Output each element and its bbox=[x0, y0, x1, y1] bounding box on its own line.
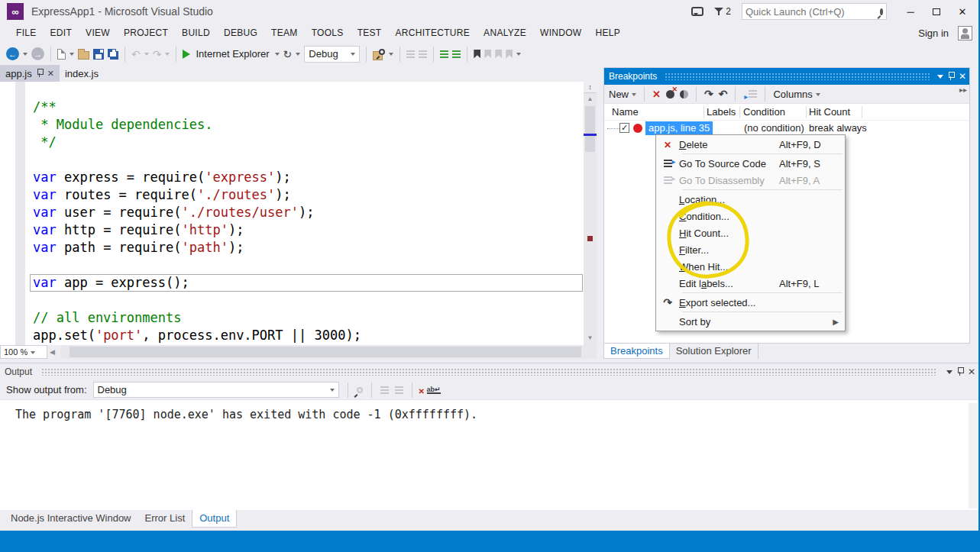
search-icon[interactable] bbox=[880, 8, 883, 15]
find-dropdown-icon[interactable] bbox=[389, 53, 393, 58]
debug-target-dropdown-icon[interactable] bbox=[275, 53, 280, 58]
quick-launch-box[interactable] bbox=[742, 3, 887, 20]
context-menu-item-export-selected-[interactable]: Export selected... bbox=[656, 294, 845, 311]
document-tab-index.js[interactable]: index.js bbox=[60, 65, 104, 82]
open-file-button[interactable] bbox=[78, 51, 89, 60]
undo-dropdown-icon[interactable] bbox=[144, 53, 149, 58]
current-line[interactable]: var app = express(); bbox=[30, 274, 583, 292]
close-tab-icon[interactable]: ✕ bbox=[47, 69, 54, 79]
new-file-button[interactable] bbox=[57, 49, 66, 60]
save-all-button[interactable] bbox=[108, 49, 116, 57]
scroll-down-icon[interactable]: ▼ bbox=[584, 334, 597, 341]
pin-icon[interactable] bbox=[957, 367, 963, 376]
editor-zoom-combo[interactable]: 100 % bbox=[0, 345, 47, 359]
context-menu-item-hit-count-[interactable]: Hit Count... bbox=[656, 224, 845, 241]
context-menu-item-go-to-source-code[interactable]: Go To Source CodeAlt+F9, S bbox=[656, 155, 845, 172]
code-content[interactable]: /** * Module dependencies. */var express… bbox=[0, 82, 597, 344]
output-panel-header[interactable]: Output ✕ bbox=[0, 363, 980, 380]
toolbar-overflow-chevron-icon[interactable]: ▸▸ bbox=[959, 86, 967, 94]
maximize-button[interactable] bbox=[923, 2, 949, 21]
code-line[interactable] bbox=[0, 151, 597, 169]
window-position-icon[interactable] bbox=[937, 75, 943, 82]
code-editor[interactable]: /** * Module dependencies. */var express… bbox=[0, 82, 597, 345]
menu-team[interactable]: TEAM bbox=[264, 23, 305, 43]
uncomment-lines-icon[interactable] bbox=[452, 50, 461, 58]
pin-icon[interactable] bbox=[37, 69, 43, 78]
menu-window[interactable]: WINDOW bbox=[533, 23, 588, 43]
toggle-word-wrap-icon[interactable]: ab↵ bbox=[427, 386, 441, 394]
panel-tab-breakpoints[interactable]: Breakpoints bbox=[603, 344, 670, 359]
browser-link-dropdown-icon[interactable] bbox=[296, 53, 300, 58]
breakpoints-panel-header[interactable]: Breakpoints ✕ bbox=[604, 68, 969, 85]
breakpoint-name[interactable]: app.js, line 35 bbox=[645, 121, 713, 135]
column-header-labels[interactable]: Labels bbox=[707, 106, 736, 118]
solution-configuration-combo[interactable]: Debug bbox=[304, 46, 360, 63]
save-button[interactable] bbox=[93, 49, 104, 60]
close-panel-icon[interactable]: ✕ bbox=[959, 71, 966, 82]
menu-debug[interactable]: DEBUG bbox=[217, 23, 264, 43]
output-source-combo[interactable]: Debug bbox=[93, 382, 339, 398]
code-line[interactable]: // all environments bbox=[0, 309, 597, 327]
menu-architecture[interactable]: ARCHITECTURE bbox=[389, 23, 477, 43]
editor-horizontal-scrollbar[interactable] bbox=[60, 345, 597, 359]
column-separator[interactable] bbox=[739, 106, 740, 118]
bottom-tab-output[interactable]: Output bbox=[192, 510, 237, 528]
comment-lines-icon[interactable] bbox=[440, 50, 448, 58]
context-menu-item-condition-[interactable]: Condition... bbox=[656, 208, 845, 224]
debug-target-label[interactable]: Internet Explorer bbox=[196, 48, 269, 60]
toggle-bookmark-icon[interactable] bbox=[474, 50, 480, 59]
code-line[interactable]: * Module dependencies. bbox=[0, 116, 597, 134]
close-button[interactable]: ✕ bbox=[949, 2, 975, 21]
bottom-tab-error-list[interactable]: Error List bbox=[138, 510, 192, 527]
context-menu-item-location-[interactable]: Location... bbox=[656, 191, 845, 208]
code-line[interactable]: var path = require('path'); bbox=[0, 239, 597, 257]
breakpoint-row[interactable]: ✓ app.js, line 35 (no condition) break a… bbox=[604, 121, 969, 136]
new-file-dropdown-icon[interactable] bbox=[70, 53, 74, 58]
navigate-back-button[interactable]: ← bbox=[6, 47, 19, 60]
menu-analyze[interactable]: ANALYZE bbox=[477, 23, 533, 43]
menu-edit[interactable]: EDIT bbox=[44, 23, 79, 43]
undo-button[interactable]: ↶ bbox=[131, 49, 141, 60]
navigate-forward-button[interactable]: → bbox=[31, 47, 44, 60]
new-breakpoint-button[interactable]: New bbox=[609, 89, 636, 100]
close-panel-icon[interactable]: ✕ bbox=[968, 366, 975, 377]
document-tab-app.js[interactable]: app.js✕ bbox=[0, 65, 60, 82]
browser-link-refresh-icon[interactable]: ↻ bbox=[283, 49, 293, 60]
pin-icon[interactable] bbox=[948, 72, 954, 81]
code-line[interactable]: var user = require('./routes/user'); bbox=[0, 204, 597, 221]
breakpoint-checkbox[interactable]: ✓ bbox=[619, 123, 629, 133]
column-header-condition[interactable]: Condition bbox=[743, 106, 785, 118]
output-console-text[interactable]: The program '[7760] node.exe' has exited… bbox=[0, 400, 980, 421]
go-to-source-icon[interactable]: ↷ bbox=[704, 88, 713, 100]
context-menu-item-delete[interactable]: DeleteAlt+F9, D bbox=[656, 136, 845, 153]
quick-launch-input[interactable] bbox=[746, 6, 880, 18]
code-line[interactable] bbox=[0, 257, 597, 274]
avatar-icon[interactable] bbox=[958, 26, 972, 40]
toolbar-overflow-icon[interactable] bbox=[516, 53, 521, 58]
column-header-hit-count[interactable]: Hit Count bbox=[809, 106, 850, 118]
code-line[interactable]: */ bbox=[0, 134, 597, 151]
horizontal-scroll-thumb[interactable] bbox=[70, 347, 581, 357]
feedback-icon[interactable] bbox=[691, 7, 703, 16]
redo-button[interactable]: ↷ bbox=[153, 49, 162, 60]
menu-project[interactable]: PROJECT bbox=[117, 23, 175, 43]
go-to-disassembly-icon[interactable]: ↶ bbox=[719, 88, 728, 100]
code-line[interactable]: /** bbox=[0, 98, 597, 116]
notifications-button[interactable]: 2 bbox=[714, 6, 731, 17]
column-separator[interactable] bbox=[703, 106, 704, 118]
find-in-files-icon[interactable] bbox=[373, 49, 385, 60]
redo-dropdown-icon[interactable] bbox=[165, 53, 170, 58]
code-line[interactable]: var routes = require('./routes'); bbox=[0, 186, 597, 204]
menu-build[interactable]: BUILD bbox=[175, 23, 217, 43]
menu-help[interactable]: HELP bbox=[588, 23, 627, 43]
columns-button[interactable]: Columns bbox=[773, 89, 820, 100]
delete-breakpoint-icon[interactable]: ✕ bbox=[652, 89, 661, 100]
minimize-button[interactable]: ─ bbox=[898, 2, 923, 21]
context-menu-item-edit-labels-[interactable]: Edit labels...Alt+F9, L bbox=[656, 275, 845, 292]
column-separator[interactable] bbox=[806, 106, 807, 118]
bottom-tab-node-js-interactive-window[interactable]: Node.js Interactive Window bbox=[4, 510, 138, 527]
code-line[interactable]: var http = require('http'); bbox=[0, 221, 597, 239]
context-menu-item-when-hit-[interactable]: When Hit... bbox=[656, 258, 845, 275]
vertical-scroll-thumb[interactable] bbox=[585, 106, 595, 152]
context-menu-item-sort-by[interactable]: Sort by▶ bbox=[656, 313, 845, 330]
